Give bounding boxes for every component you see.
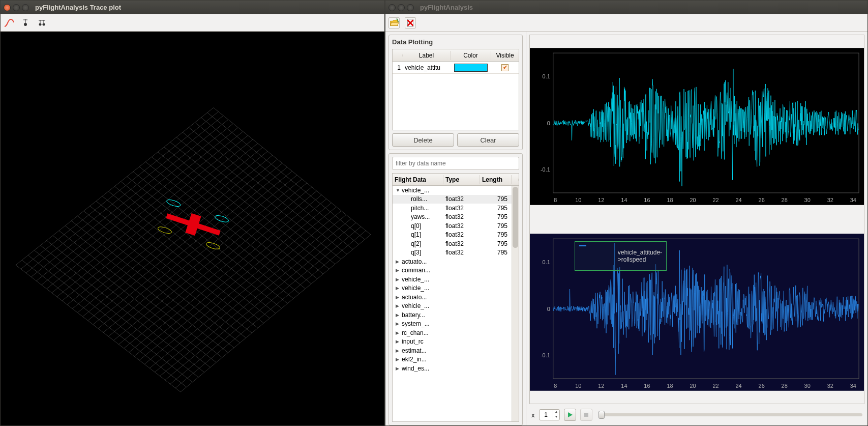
3d-viewport[interactable] [1, 32, 384, 425]
svg-text:20: 20 [690, 383, 696, 389]
dp-idx: 1 [393, 64, 403, 71]
flight-data-tree[interactable]: Flight Data Type Length ▼vehicle_...roll… [392, 173, 519, 422]
svg-marker-124 [568, 412, 573, 417]
tree-row[interactable]: ▶system_... [393, 320, 512, 329]
tree-row[interactable]: ▶input_rc [393, 337, 512, 347]
open-file-icon[interactable] [388, 17, 400, 29]
tree-row[interactable]: ▶vehicle_... [393, 302, 512, 311]
tree-header-flightdata: Flight Data [393, 175, 443, 184]
expand-icon[interactable]: ▶ [396, 321, 401, 326]
svg-text:14: 14 [621, 383, 627, 389]
expand-icon[interactable]: ▶ [396, 277, 401, 282]
expand-icon[interactable]: ▶ [396, 357, 401, 362]
tree-item-length: 795 [480, 205, 512, 212]
svg-point-3 [39, 23, 42, 25]
expand-icon[interactable]: ▼ [396, 188, 401, 193]
maximize-icon[interactable] [407, 4, 414, 11]
close-icon[interactable] [4, 4, 11, 11]
tree-row[interactable]: ▶battery... [393, 310, 512, 320]
delete-file-icon[interactable] [405, 17, 416, 29]
data-plotting-row[interactable]: 1vehicle_attitu✔ [393, 62, 519, 74]
expand-icon[interactable]: ▶ [396, 348, 401, 353]
visible-checkbox[interactable]: ✔ [501, 64, 508, 71]
titlebar-left[interactable]: pyFlightAnalysis Trace plot [1, 1, 384, 14]
minimize-icon[interactable] [13, 4, 20, 11]
svg-rect-125 [584, 413, 588, 417]
svg-text:0.1: 0.1 [543, 73, 550, 79]
svg-text:8: 8 [554, 197, 557, 203]
tree-item-name: wind_es... [402, 365, 429, 372]
plot-bottom[interactable]: 810121416182022242628303234-0.100.1 vehi… [530, 221, 864, 404]
tree-row[interactable]: ▶estimat... [393, 346, 512, 355]
tree-row[interactable]: q[3]float32795 [393, 248, 512, 258]
tree-row[interactable]: ▶ekf2_in... [393, 355, 512, 364]
drone-single-icon[interactable] [20, 17, 31, 29]
expand-icon[interactable]: ▶ [396, 295, 401, 300]
tree-row[interactable]: ▶vehicle_... [393, 284, 512, 293]
svg-text:14: 14 [621, 197, 627, 203]
minimize-icon[interactable] [398, 4, 405, 11]
tree-row[interactable]: ▼vehicle_... [393, 186, 512, 195]
svg-text:16: 16 [644, 383, 650, 389]
scrollbar[interactable] [512, 186, 519, 421]
close-icon[interactable] [388, 4, 396, 11]
color-swatch[interactable] [454, 64, 488, 72]
maximize-icon[interactable] [22, 4, 29, 11]
tree-row[interactable]: ▶actuato... [393, 257, 512, 266]
tree-item-length: 795 [480, 195, 512, 203]
series-label-box[interactable]: vehicle_attitude->rollspeed [575, 241, 667, 271]
filter-input[interactable] [392, 157, 519, 170]
tree-row[interactable]: rolls...float32795 [393, 195, 512, 204]
svg-point-0 [24, 23, 27, 26]
tree-row[interactable]: q[2]float32795 [393, 239, 512, 248]
spin-down-icon[interactable]: ▼ [553, 415, 560, 420]
expand-icon[interactable]: ▶ [396, 303, 401, 308]
spin-up-icon[interactable]: ▲ [553, 410, 560, 415]
svg-text:12: 12 [598, 383, 604, 389]
svg-text:20: 20 [690, 197, 696, 203]
clear-button[interactable]: Clear [457, 133, 519, 147]
expand-icon[interactable]: ▶ [396, 313, 401, 318]
stop-button[interactable] [580, 409, 592, 421]
data-plotting-table[interactable]: Label Color Visible 1vehicle_attitu✔ [392, 49, 519, 130]
expand-icon[interactable]: ▶ [396, 366, 401, 371]
tree-row[interactable]: q[0]float32795 [393, 221, 512, 231]
main-window: pyFlightAnalysis Data Plotting Label Co [385, 0, 868, 426]
curve-icon[interactable] [4, 17, 15, 29]
drone-multi-icon[interactable] [36, 17, 47, 29]
play-button[interactable] [564, 409, 576, 421]
expand-icon[interactable]: ▶ [396, 268, 401, 273]
svg-text:16: 16 [644, 197, 650, 203]
svg-rect-9 [1, 32, 384, 395]
speed-spinner[interactable]: ▲▼ [539, 409, 560, 420]
series-label: vehicle_attitude->rollspeed [618, 249, 662, 263]
expand-icon[interactable]: ▶ [396, 259, 401, 264]
expand-icon[interactable]: ▶ [396, 330, 401, 335]
expand-icon[interactable]: ▶ [396, 286, 401, 291]
plot-top[interactable]: 810121416182022242628303234-0.100.1 [530, 35, 864, 218]
speed-input[interactable] [540, 411, 553, 418]
tree-row[interactable]: ▶rc_chan... [393, 328, 512, 337]
dp-header-index [393, 54, 403, 56]
svg-point-4 [43, 23, 45, 25]
titlebar-right[interactable]: pyFlightAnalysis [385, 1, 867, 14]
main-toolbar [385, 14, 867, 32]
svg-text:22: 22 [712, 383, 719, 389]
tree-row[interactable]: yaws...float32795 [393, 213, 512, 222]
tree-item-name: comman... [402, 267, 430, 274]
tree-row[interactable]: ▶vehicle_... [393, 275, 512, 284]
slider-thumb[interactable] [598, 411, 605, 419]
tree-row[interactable]: ▶wind_es... [393, 364, 512, 373]
tree-row[interactable]: ▶actuato... [393, 293, 512, 302]
tree-row[interactable]: ▶comman... [393, 266, 512, 275]
tree-item-name: rolls... [411, 195, 427, 203]
expand-icon[interactable]: ▶ [396, 339, 401, 344]
time-slider[interactable] [598, 413, 862, 416]
trace-plot-window: pyFlightAnalysis Trace plot [0, 0, 385, 426]
tree-item-name: input_rc [402, 338, 424, 345]
svg-text:-0.1: -0.1 [541, 166, 550, 173]
tree-row[interactable]: q[1]float32795 [393, 231, 512, 240]
delete-button[interactable]: Delete [392, 133, 454, 147]
svg-text:10: 10 [575, 197, 581, 203]
tree-row[interactable]: pitch...float32795 [393, 204, 512, 213]
